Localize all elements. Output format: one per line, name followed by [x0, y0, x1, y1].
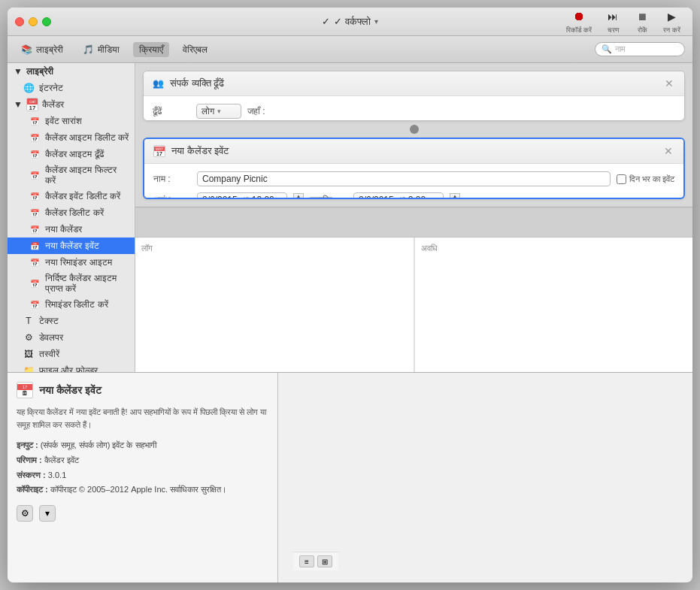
find-contacts-title: संपर्क व्यक्ति ढूँढें [170, 77, 224, 89]
end-label: समाप्ति : [310, 195, 347, 199]
calendar-icon-sm: cal 17 [26, 98, 38, 110]
people-select[interactable]: लोग ▾ [196, 104, 241, 119]
run-icon: ▶ [664, 8, 680, 25]
sidebar-item-photos[interactable]: 🖼 तस्वीरें [8, 346, 135, 362]
library-tab[interactable]: 📚 लाइब्रेरी [15, 42, 69, 57]
connector-dot [410, 125, 419, 134]
bottom-left-panel: 17 🗓 नया कैलेंडर इवेंट यह क्रिया कैलेंडर… [8, 373, 278, 582]
internet-label: इंटरनेट [39, 83, 63, 93]
input-meta-label: इनपुट : [17, 440, 38, 449]
sidebar-item-find-calendar-item[interactable]: 📅 कैलेंडर आइटम ढूँढें [8, 146, 135, 162]
new-reminder-icon: 📅 [29, 256, 41, 268]
main-window: ✓ ✓ वर्कफ्लो ▾ ⏺ रिकॉर्ड करें ⏭ चरण ⏹ रो… [8, 8, 692, 582]
result-panel: अवधि [415, 238, 693, 372]
version-meta-label: संस्करण : [17, 470, 46, 480]
event-summary-label: इवेंट सारांश [45, 116, 82, 126]
name-row: नाम : Company Picnic दिन भर का इवेंट [153, 171, 674, 186]
sidebar-item-delete-event[interactable]: 📅 कैलेंडर इवेंट डिलीट करें [8, 188, 135, 204]
version-meta: संस्करण : 3.0.1 [17, 468, 268, 483]
log-panel-title: लॉग [141, 244, 408, 253]
text-label: टेक्स्ट [39, 316, 59, 326]
search-icon: 🔍 [602, 44, 612, 54]
find-item-icon: 📅 [29, 148, 41, 160]
sidebar-item-filter-calendar-item[interactable]: 📅 कैलेंडर आइटम फिल्टर करें [8, 162, 135, 188]
copyright-meta-value: कॉपीराइट © 2005–2012 Apple Inc. सर्वाधिक… [50, 485, 226, 494]
sidebar-item-calendar[interactable]: ▼ cal 17 कैलेंडर [8, 96, 135, 113]
second-toolbar: 📚 लाइब्रेरी 🎵 मीडिया क्रियाएँ वेरिएबल 🔍 … [8, 36, 692, 63]
delete-reminder-label: रिमाइंडर डिलीट करें [45, 299, 108, 310]
developer-label: डेवलपर [39, 332, 63, 343]
delete-event-icon: 📅 [29, 190, 41, 202]
sidebar-item-delete-calendar-item[interactable]: 📅 कैलेंडर आइटम डिलीट करें [8, 129, 135, 146]
new-event-card-icon: MAY 17 [153, 145, 165, 157]
bottom-section: 17 🗓 नया कैलेंडर इवेंट यह क्रिया कैलेंडर… [8, 372, 692, 582]
new-calendar-label: नया कैलेंडर [45, 224, 82, 234]
variables-label: वेरिएबल [183, 44, 208, 55]
sidebar-item-files[interactable]: 📁 फ़ाइल और फोल्डर [8, 362, 135, 372]
text-icon: T [23, 315, 35, 327]
sidebar-item-internet[interactable]: 🌐 इंटरनेट [8, 80, 135, 96]
find-contacts-body: ढूँढें लोग ▾ जहाँ : निम्न में से सभी [144, 96, 684, 121]
start-date-input[interactable]: 8/6/2015, अ 12:00 [197, 192, 287, 199]
new-event-body: नाम : Company Picnic दिन भर का इवेंट आरं… [144, 164, 683, 199]
start-up-arrow[interactable]: ▲ [293, 193, 304, 199]
name-label: नाम : [153, 174, 191, 184]
all-day-label[interactable]: दिन भर का इवेंट [617, 174, 674, 184]
sidebar-item-text[interactable]: T टेक्स्ट [8, 313, 135, 329]
bottom-meta: इनपुट : (संपर्क समूह, संपर्क लोग) इवेंट … [17, 438, 268, 498]
sidebar-item-developer[interactable]: ⚙ डेवलपर [8, 329, 135, 346]
search-box[interactable]: 🔍 नाम [595, 42, 685, 56]
maximize-button[interactable] [42, 17, 51, 26]
media-tab[interactable]: 🎵 मीडिया [77, 42, 126, 57]
new-calendar-event-card: MAY 17 नया कैलेंडर इवेंट ✕ नाम : Company… [143, 138, 685, 199]
run-button[interactable]: ▶ रन करें [659, 8, 685, 36]
start-time-stepper[interactable]: ▲ ▼ [293, 193, 304, 199]
search-placeholder: नाम [615, 44, 626, 54]
dropdown-icon[interactable]: ▾ [374, 17, 378, 26]
actions-tab[interactable]: क्रियाएँ [133, 42, 169, 57]
stop-icon: ⏹ [634, 8, 650, 25]
settings-gear-btn[interactable]: ⚙ [17, 505, 33, 522]
start-label: आरंभ : [153, 195, 191, 199]
bottom-action-title: 17 🗓 नया कैलेंडर इवेंट [17, 382, 268, 398]
sidebar-library-header[interactable]: ▼ लाइब्रेरी [8, 63, 135, 80]
actions-label: क्रियाएँ [139, 44, 163, 55]
step-button[interactable]: ⏭ चरण [600, 8, 626, 36]
find-contacts-card: 👥 संपर्क व्यक्ति ढूँढें ✕ ढूँढें लोग ▾ ज… [143, 71, 685, 121]
copyright-meta-label: कॉपीराइट : [17, 485, 48, 494]
sidebar-item-delete-calendar[interactable]: 📅 कैलेंडर डिलीट करें [8, 204, 135, 221]
right-panel: 👥 संपर्क व्यक्ति ढूँढें ✕ ढूँढें लोग ▾ ज… [135, 63, 692, 372]
end-date-input[interactable]: 8/6/2015, अ 3:00 [353, 192, 444, 199]
sidebar-item-event-summary[interactable]: 📅 इवेंट सारांश [8, 113, 135, 129]
end-up-arrow[interactable]: ▲ [450, 193, 460, 199]
sidebar-item-new-calendar-event[interactable]: 📅 नया कैलेंडर इवेंट [8, 238, 135, 254]
calendar-triangle: ▼ [14, 99, 23, 110]
variables-tab[interactable]: वेरिएबल [177, 42, 214, 57]
minimize-button[interactable] [29, 17, 38, 26]
find-contacts-close[interactable]: ✕ [663, 77, 675, 89]
end-time-stepper[interactable]: ▲ ▼ [450, 193, 460, 199]
sidebar-item-get-calendar-item[interactable]: 📅 निर्दिष्ट कैलेंडर आइटम प्राप्त करें [8, 271, 135, 296]
stop-button[interactable]: ⏹ रोकें [629, 8, 655, 36]
record-button[interactable]: ⏺ रिकॉर्ड करें [562, 8, 597, 36]
workflow-title: ✓ वर्कफ्लो [334, 16, 371, 28]
expand-btn[interactable]: ▾ [39, 505, 56, 522]
event-name-input[interactable]: Company Picnic [197, 171, 611, 186]
stop-label: रोकें [638, 26, 647, 35]
where-label: जहाँ : [247, 106, 285, 116]
sidebar-item-new-reminder[interactable]: 📅 नया रिमाइंडर आइटम [8, 254, 135, 271]
date-row: आरंभ : 8/6/2015, अ 12:00 ▲ ▼ समाप्ति : 8… [153, 192, 674, 199]
new-event-icon: 📅 [29, 240, 41, 252]
library-icon: 📚 [21, 44, 32, 55]
all-day-checkbox[interactable] [617, 174, 626, 184]
new-event-close[interactable]: ✕ [662, 145, 674, 157]
input-meta-value: (संपर्क समूह, संपर्क लोग) इवेंट के सहभाग… [41, 440, 156, 449]
find-row: ढूँढें लोग ▾ जहाँ : [153, 104, 675, 119]
sidebar-item-delete-reminder[interactable]: 📅 रिमाइंडर डिलीट करें [8, 296, 135, 313]
bottom-title-text: नया कैलेंडर इवेंट [39, 384, 102, 397]
log-panel: लॉग [135, 238, 414, 372]
sidebar-item-new-calendar[interactable]: 📅 नया कैलेंडर [8, 221, 135, 238]
find-contacts-header: 👥 संपर्क व्यक्ति ढूँढें ✕ [144, 71, 684, 96]
close-button[interactable] [15, 17, 24, 26]
bottom-left-controls: ⚙ ▾ [17, 498, 268, 522]
